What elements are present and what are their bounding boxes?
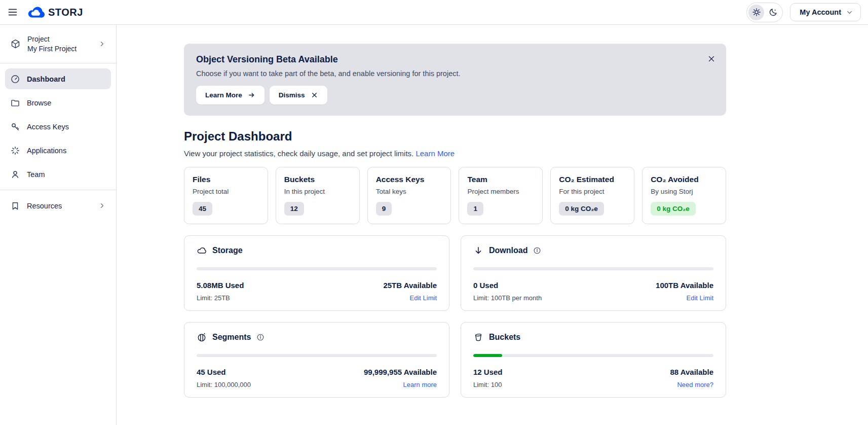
- storj-cloud-icon: [27, 6, 45, 19]
- sidebar-item-label: Resources: [27, 202, 62, 210]
- stat-card-co2-estimated: CO₂ Estimated For this project 0 kg CO₂e: [550, 167, 634, 224]
- learn-more-label: Learn More: [205, 91, 242, 99]
- chevron-right-icon: [98, 40, 106, 48]
- stat-card-value: 12: [284, 202, 304, 216]
- usage-card-buckets: Buckets 12 Used 88 Available Limit: 100 …: [461, 322, 726, 398]
- storage-limit: Limit: 25TB: [197, 294, 230, 302]
- stat-card-value: 1: [467, 202, 483, 216]
- sidebar-item-label: Dashboard: [27, 75, 65, 83]
- segments-learn-more-link[interactable]: Learn more: [403, 381, 437, 388]
- stat-card-value: 0 kg CO₂e: [559, 202, 604, 216]
- storj-logo[interactable]: STORJ: [27, 6, 83, 19]
- project-label: Project: [27, 35, 92, 43]
- dismiss-button[interactable]: Dismiss: [270, 86, 327, 104]
- storage-available: 25TB Available: [383, 281, 437, 290]
- stat-card-title: Team: [467, 175, 534, 184]
- usage-card-title: Buckets: [489, 333, 520, 342]
- banner-close-button[interactable]: [707, 54, 716, 63]
- segments-progress-bar: [197, 354, 437, 357]
- sidebar-item-team[interactable]: Team: [5, 164, 111, 185]
- arrow-right-icon: [248, 91, 255, 99]
- stat-card-subtitle: In this project: [284, 188, 351, 195]
- usage-card-segments: Segments 45 Used 99,999,955 Available Li…: [184, 322, 449, 398]
- sidebar-item-label: Team: [27, 170, 45, 179]
- dismiss-label: Dismiss: [279, 91, 305, 99]
- download-available: 100TB Available: [656, 281, 713, 290]
- arrow-down-icon: [473, 245, 483, 256]
- segments-limit: Limit: 100,000,000: [197, 381, 251, 388]
- stat-card-buckets: Buckets In this project 12: [276, 167, 360, 224]
- stats-grid: Files Project total 45 Buckets In this p…: [184, 167, 726, 224]
- usage-card-storage: Storage 5.08MB Used 25TB Available Limit…: [184, 235, 449, 311]
- stat-card-title: CO₂ Avoided: [651, 175, 718, 184]
- my-account-button[interactable]: My Account: [790, 3, 861, 21]
- sidebar-item-browse[interactable]: Browse: [5, 92, 111, 113]
- gauge-icon: [10, 74, 20, 84]
- cube-icon: [10, 39, 21, 49]
- stat-card-subtitle: By using Storj: [651, 188, 718, 195]
- stat-card-title: Buckets: [284, 175, 351, 184]
- segments-available: 99,999,955 Available: [364, 368, 437, 376]
- stat-card-value: 9: [376, 202, 392, 216]
- my-account-label: My Account: [800, 8, 841, 16]
- bucket-icon: [473, 332, 483, 342]
- usage-grid: Storage 5.08MB Used 25TB Available Limit…: [184, 235, 726, 398]
- segments-used: 45 Used: [197, 368, 226, 376]
- versioning-beta-banner: Object Versioning Beta Available Choose …: [184, 44, 726, 116]
- sun-icon[interactable]: [748, 5, 764, 20]
- buckets-need-more-link[interactable]: Need more?: [677, 381, 713, 388]
- sidebar-item-label: Applications: [27, 147, 66, 155]
- download-progress-bar: [473, 267, 713, 270]
- main-content: Object Versioning Beta Available Choose …: [117, 25, 868, 398]
- chevron-down-icon: [846, 9, 853, 16]
- theme-toggle: [746, 3, 783, 22]
- sparkle-icon: [10, 146, 20, 156]
- key-icon: [10, 122, 20, 132]
- stat-card-files: Files Project total 45: [184, 167, 268, 224]
- close-icon: [311, 91, 318, 99]
- buckets-limit: Limit: 100: [473, 381, 502, 388]
- buckets-used: 12 Used: [473, 368, 503, 376]
- stat-card-subtitle: Project total: [193, 188, 259, 195]
- usage-card-title: Segments: [212, 333, 251, 342]
- usage-card-title: Download: [489, 246, 527, 255]
- info-icon[interactable]: [533, 246, 541, 255]
- page-title: Project Dashboard: [184, 129, 726, 144]
- sidebar-item-label: Browse: [27, 99, 51, 107]
- learn-more-button[interactable]: Learn More: [196, 86, 265, 104]
- usage-card-title: Storage: [212, 246, 243, 255]
- sidebar-item-access-keys[interactable]: Access Keys: [5, 116, 111, 137]
- stat-card-team: Team Project members 1: [459, 167, 543, 224]
- segments-icon: [197, 332, 207, 342]
- storage-edit-limit-link[interactable]: Edit Limit: [410, 294, 437, 302]
- person-icon: [10, 169, 20, 180]
- stat-card-access-keys: Access Keys Total keys 9: [367, 167, 451, 224]
- sidebar: Project My First Project Dashboard Brows…: [0, 25, 117, 425]
- page-subtitle-text: View your project statistics, check dail…: [184, 149, 413, 158]
- folder-icon: [10, 98, 20, 108]
- cloud-icon: [197, 245, 207, 256]
- stat-card-title: Access Keys: [376, 175, 443, 184]
- sidebar-divider: [0, 190, 116, 190]
- logo-text: STORJ: [48, 7, 83, 18]
- project-selector[interactable]: Project My First Project: [5, 32, 111, 58]
- download-limit: Limit: 100TB per month: [473, 294, 542, 302]
- chevron-right-icon: [98, 202, 106, 209]
- sidebar-item-label: Access Keys: [27, 123, 69, 131]
- stat-card-subtitle: Project members: [467, 188, 534, 195]
- hamburger-icon[interactable]: [7, 7, 18, 18]
- download-edit-limit-link[interactable]: Edit Limit: [687, 294, 713, 302]
- info-icon[interactable]: [256, 333, 265, 341]
- sidebar-item-applications[interactable]: Applications: [5, 140, 111, 161]
- sidebar-item-resources[interactable]: Resources: [5, 195, 111, 216]
- app-header: STORJ My Account: [0, 0, 868, 25]
- usage-card-download: Download 0 Used 100TB Available Limit: 1…: [461, 235, 726, 311]
- stat-card-title: CO₂ Estimated: [559, 175, 626, 184]
- sidebar-item-dashboard[interactable]: Dashboard: [5, 68, 111, 89]
- moon-icon[interactable]: [765, 5, 781, 20]
- stat-card-title: Files: [193, 175, 259, 184]
- bookmark-icon: [10, 201, 20, 211]
- subtitle-learn-more-link[interactable]: Learn More: [416, 149, 455, 158]
- page-subtitle: View your project statistics, check dail…: [184, 149, 726, 158]
- download-used: 0 Used: [473, 281, 498, 290]
